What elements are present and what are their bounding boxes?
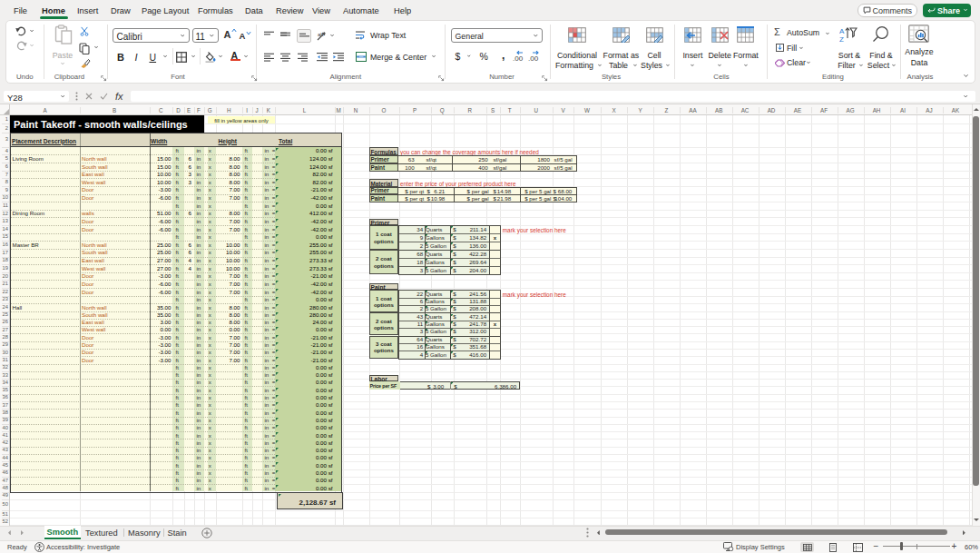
- svg-text:A: A: [839, 27, 845, 35]
- svg-text:Z: Z: [839, 35, 844, 44]
- svg-text:ab: ab: [318, 32, 324, 37]
